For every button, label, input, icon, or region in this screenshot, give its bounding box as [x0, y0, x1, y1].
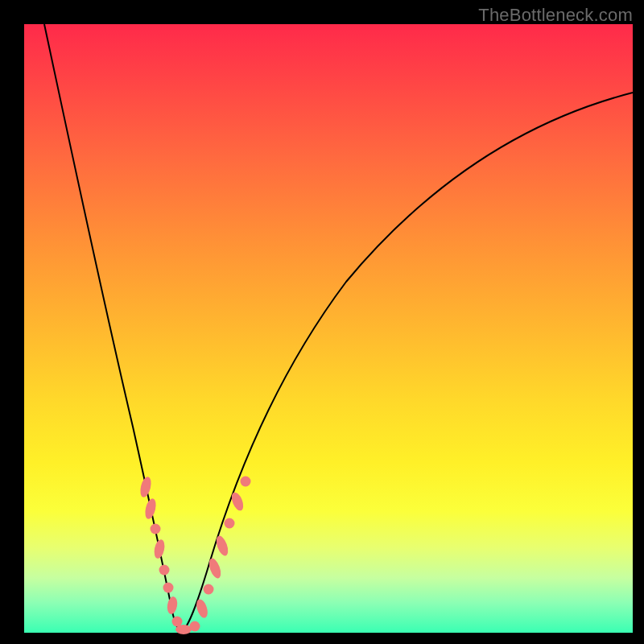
svg-point-6 [166, 596, 179, 615]
svg-point-12 [207, 557, 223, 580]
bead-cluster [138, 476, 250, 634]
svg-point-14 [225, 518, 235, 529]
svg-point-5 [163, 583, 174, 593]
watermark-text: TheBottleneck.com [478, 5, 633, 26]
svg-point-8 [175, 625, 192, 634]
svg-point-13 [214, 535, 230, 558]
bottleneck-curve-plot [24, 24, 633, 633]
svg-point-4 [159, 565, 170, 576]
svg-point-3 [153, 539, 167, 559]
svg-point-9 [190, 621, 200, 632]
svg-point-0 [138, 476, 153, 498]
chart-frame [24, 24, 633, 633]
svg-point-11 [204, 584, 214, 595]
curve-right-branch [181, 93, 633, 632]
svg-point-16 [241, 477, 251, 487]
svg-point-2 [151, 524, 161, 535]
svg-point-1 [143, 497, 158, 520]
